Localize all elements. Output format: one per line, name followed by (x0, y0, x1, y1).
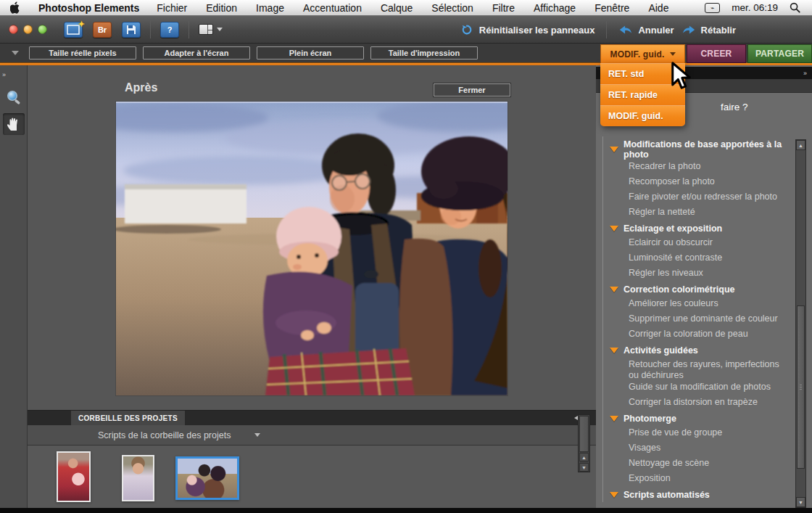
collapse-triangle-icon (610, 226, 618, 231)
view-button-taille-d-impression[interactable]: Taille d'impression (370, 46, 478, 59)
guided-item-exposition[interactable]: Exposition (603, 472, 795, 487)
input-menu-icon[interactable]: ⌁ (705, 3, 720, 13)
arrange-icon (199, 24, 213, 35)
bin-scroll-down-icon[interactable]: ▼ (579, 463, 589, 472)
edit-canvas: Après Fermer (28, 65, 596, 410)
toolbar-divider (150, 21, 151, 38)
save-button[interactable] (122, 22, 141, 38)
window-controls (0, 25, 59, 34)
section-title-label: Activités guidées (624, 345, 698, 356)
close-preview-button[interactable]: Fermer (434, 83, 510, 97)
menu-fenetre[interactable]: Fenêtre (594, 2, 629, 14)
guided-item-ameliorer-les-couleurs[interactable]: Améliorer les couleurs (603, 297, 795, 312)
section-correction-colorimetrique[interactable]: Correction colorimétrique (603, 282, 795, 297)
bin-scripts-dropdown[interactable]: Scripts de la corbeille des projets (98, 430, 260, 440)
view-button-adapter-a-l-ecran[interactable]: Adapter à l'écran (143, 46, 250, 59)
window-close-button[interactable] (9, 25, 18, 34)
panel-scrollbar[interactable]: ▲ ▼ (795, 139, 806, 508)
guided-item-nettoyage-de-scene[interactable]: Nettoyage de scène (603, 456, 795, 472)
menu-calque[interactable]: Calque (381, 2, 413, 14)
guided-item-regler-la-nettete[interactable]: Régler la netteté (603, 205, 795, 221)
panel-expander-icon[interactable]: ›› (803, 70, 806, 77)
project-bin: CORBEILLE DES PROJETS Scripts de la corb… (28, 410, 596, 508)
reset-panels-button[interactable]: Réinitialiser les panneaux (460, 24, 595, 36)
application-window: Photoshop Elements FichierEditionImageAc… (0, 0, 812, 513)
options-collapse-icon[interactable] (12, 51, 19, 55)
guided-item-eclaircir-ou-obscurcir[interactable]: Eclaircir ou obscurcir (603, 236, 795, 251)
project-thumb-child-portrait[interactable] (122, 455, 154, 501)
guided-item-retoucher-des-rayures-imperfections-ou-dechirures[interactable]: Retoucher des rayures, imperfections ou … (603, 358, 795, 380)
reset-icon (460, 24, 474, 36)
section-title-label: Modifications de base apportées à la pho… (624, 139, 795, 160)
section-modifications-de-base-apportees-a-la-photo[interactable]: Modifications de base apportées à la pho… (603, 139, 795, 160)
mode-button-modif-guid[interactable]: MODIF. guid. (600, 44, 685, 63)
guided-item-recadrer-la-photo[interactable]: Recadrer la photo (603, 160, 795, 175)
guided-item-supprimer-une-dominante-de-couleur[interactable]: Supprimer une dominante de couleur (603, 312, 795, 327)
apple-menu-icon[interactable] (10, 1, 21, 14)
window-minimize-button[interactable] (23, 25, 33, 34)
guided-edit-panel: ›› faire ? Modifications de base apporté… (596, 65, 812, 508)
menu-aide[interactable]: Aide (648, 2, 668, 14)
collapse-triangle-icon (610, 348, 618, 353)
after-photo (116, 102, 508, 395)
tool-strip: ›› (0, 65, 28, 508)
undo-button[interactable]: Annuler (618, 24, 674, 36)
bridge-button[interactable]: Br (93, 22, 112, 38)
spotlight-search-icon[interactable] (790, 2, 800, 13)
tab-corbeille-des-projets[interactable]: CORBEILLE DES PROJETS (71, 411, 185, 425)
menu-selection[interactable]: Sélection (431, 2, 473, 14)
guided-item-corriger-la-distorsion-en-trapeze[interactable]: Corriger la distorsion en trapèze (603, 395, 795, 411)
guided-item-recomposer-la-photo[interactable]: Recomposer la photo (603, 175, 795, 190)
guided-item-guide-sur-la-modification-de-photos[interactable]: Guide sur la modification de photos (603, 380, 795, 395)
menu-accentuation[interactable]: Accentuation (303, 2, 362, 14)
bin-tabbar: CORBEILLE DES PROJETS (28, 411, 596, 425)
arrange-windows-button[interactable] (199, 22, 223, 38)
section-activites-guidees[interactable]: Activités guidées (603, 342, 795, 358)
project-thumb-girl-in-red[interactable] (57, 451, 91, 502)
hand-tool[interactable] (3, 113, 25, 135)
panel-scrollbar-thumb[interactable] (797, 305, 805, 469)
project-thumb-family-photo[interactable] (175, 456, 239, 500)
zoom-tool[interactable] (3, 87, 25, 109)
section-photomerge[interactable]: Photomerge (603, 411, 795, 426)
app-toolbar: ✦ Br ? Réinitialiser les panneaux (0, 16, 812, 44)
mode-button-partager[interactable]: PARTAGER (747, 44, 812, 63)
window-bottom-edge (0, 508, 812, 513)
help-button[interactable]: ? (160, 22, 179, 38)
bin-scroll-up-icon[interactable]: ▲ (579, 453, 589, 461)
guided-item-corriger-la-coloration-de-peau[interactable]: Corriger la coloration de peau (603, 327, 795, 342)
toolstrip-expander-icon[interactable]: ›› (2, 71, 5, 78)
guided-item-visages[interactable]: Visages (603, 441, 795, 456)
mode-dropdown: RET. stdRET. rapideMODIF. guid. (600, 63, 685, 126)
mode-menu-item-modif-guid[interactable]: MODIF. guid. (600, 105, 685, 126)
guided-item-faire-pivoter-et-ou-redresser-la-photo[interactable]: Faire pivoter et/ou redresser la photo (603, 190, 795, 205)
panel-scroll-up-icon[interactable]: ▲ (796, 140, 805, 150)
view-button-taille-reelle-pixels[interactable]: Taille réelle pixels (29, 46, 136, 59)
new-document-button[interactable]: ✦ (64, 22, 83, 38)
section-eclairage-et-exposition[interactable]: Eclairage et exposition (603, 221, 795, 236)
guided-item-prise-de-vue-de-groupe[interactable]: Prise de vue de groupe (603, 426, 795, 441)
guided-list: Modifications de base apportées à la pho… (602, 136, 795, 502)
bin-scrollbar[interactable]: ▲ ▼ (578, 414, 590, 472)
menu-image[interactable]: Image (256, 2, 284, 14)
section-scripts-automatises[interactable]: Scripts automatisés (603, 487, 795, 502)
guided-item-regler-les-niveaux[interactable]: Régler les niveaux (603, 266, 795, 282)
view-button-plein-ecran[interactable]: Plein écran (257, 46, 364, 59)
menu-filtre[interactable]: Filtre (492, 2, 515, 14)
collapse-triangle-icon (610, 416, 618, 422)
guided-item-luminosite-et-contraste[interactable]: Luminosité et contraste (603, 251, 795, 266)
hand-icon (6, 116, 22, 132)
redo-button[interactable]: Rétablir (682, 24, 736, 36)
section-title-label: Eclairage et exposition (624, 223, 722, 234)
mode-menu-item-ret-rapide[interactable]: RET. rapide (600, 84, 685, 105)
app-menu-title[interactable]: Photoshop Elements (38, 2, 139, 14)
bin-scrollbar-thumb[interactable] (579, 416, 589, 452)
menu-edition[interactable]: Edition (206, 2, 237, 14)
menu-fichier[interactable]: Fichier (157, 2, 187, 14)
window-zoom-button[interactable] (38, 25, 47, 34)
menubar-clock[interactable]: mer. 06:19 (732, 2, 778, 13)
menu-affichage[interactable]: Affichage (534, 2, 576, 14)
mode-button-creer[interactable]: CREER (687, 44, 746, 63)
panel-scroll-down-icon[interactable]: ▼ (796, 497, 805, 507)
mode-menu-item-ret-std[interactable]: RET. std (600, 63, 685, 84)
